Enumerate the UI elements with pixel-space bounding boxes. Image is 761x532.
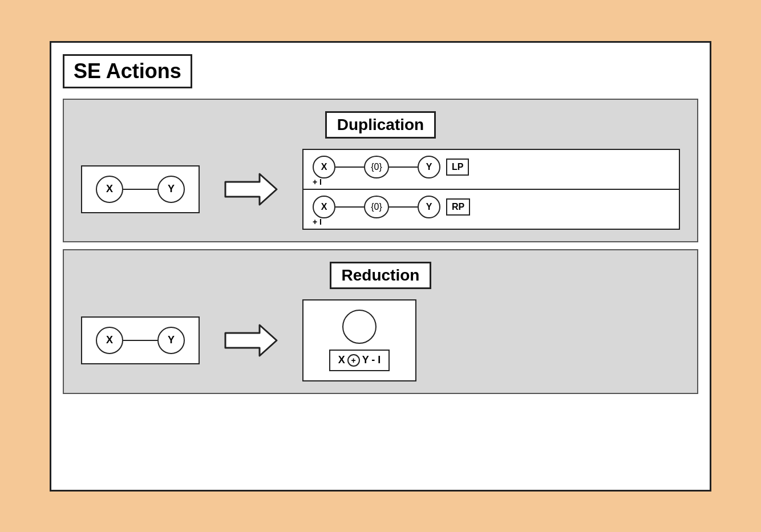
- outer-container: SE Actions Duplication X Y: [50, 41, 711, 492]
- arrow-icon: [222, 169, 280, 209]
- reduction-arrow-icon: [222, 320, 280, 360]
- reduction-title-box: Reduction: [330, 262, 432, 289]
- duplication-title-box: Duplication: [325, 111, 436, 139]
- dup-bot-node-mid: {0}: [364, 196, 389, 218]
- reduction-output: X + Y - I: [302, 299, 416, 381]
- dup-input-edge: [123, 189, 157, 190]
- reduction-section: Reduction X Y: [63, 249, 698, 394]
- dup-row-bottom: X {0} Y RP + I: [303, 189, 679, 229]
- dup-input-node-x: X: [96, 176, 123, 203]
- reduction-content: X Y X + Y - I: [81, 299, 680, 381]
- red-input-edge: [123, 340, 157, 341]
- dup-top-node-x: X: [313, 156, 335, 178]
- reduction-header: Reduction: [81, 262, 680, 289]
- duplication-title: Duplication: [337, 116, 424, 133]
- formula-text: X: [338, 354, 345, 366]
- duplication-content: X Y X {0}: [81, 149, 680, 230]
- duplication-arrow: [222, 169, 280, 209]
- duplication-header: Duplication: [81, 111, 680, 139]
- reduction-formula: X + Y - I: [329, 350, 390, 371]
- oplus-icon: +: [347, 354, 360, 367]
- dup-top-label: LP: [446, 159, 469, 176]
- duplication-input-graph: X Y: [81, 165, 200, 213]
- dup-top-edge-left: [335, 166, 364, 168]
- dup-top-node-mid: {0}: [364, 156, 389, 178]
- reduction-arrow: [222, 320, 280, 360]
- dup-bot-node-y: Y: [418, 196, 440, 218]
- dup-bot-node-x: X: [313, 196, 335, 218]
- svg-marker-0: [225, 174, 277, 205]
- duplication-output: X {0} Y LP + I X {0} Y: [302, 149, 680, 230]
- dup-row-top: X {0} Y LP + I: [303, 150, 679, 189]
- reduction-title: Reduction: [342, 266, 420, 284]
- dup-bot-plus: + I: [313, 217, 322, 226]
- duplication-section: Duplication X Y: [63, 99, 698, 242]
- sections-container: Duplication X Y: [63, 99, 698, 394]
- formula-text-2: Y - I: [362, 354, 381, 366]
- red-input-node-y: Y: [157, 327, 185, 354]
- page-title: SE Actions: [74, 59, 181, 83]
- dup-top-plus: + I: [313, 177, 322, 186]
- dup-bot-edge-left: [335, 206, 364, 208]
- svg-marker-1: [225, 325, 277, 356]
- red-input-node-x: X: [96, 327, 123, 354]
- dup-bot-edge-right: [389, 206, 418, 208]
- title-box: SE Actions: [63, 54, 192, 88]
- dup-top-edge-right: [389, 166, 418, 168]
- dup-top-node-y: Y: [418, 156, 440, 178]
- reduction-circle: [342, 310, 377, 344]
- dup-bot-label: RP: [446, 198, 470, 216]
- dup-input-node-y: Y: [157, 176, 185, 203]
- reduction-input-graph: X Y: [81, 316, 200, 364]
